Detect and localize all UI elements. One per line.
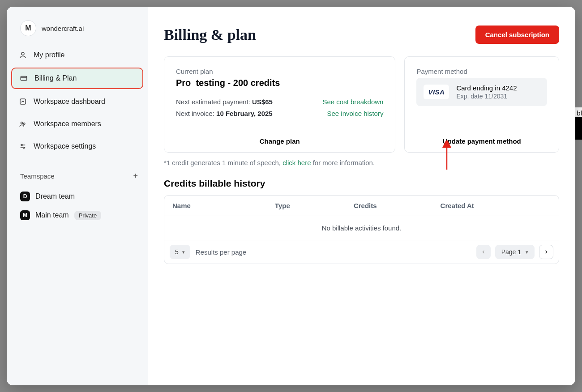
avatar: M <box>20 20 36 36</box>
current-plan-card: Current plan Pro_testing - 200 credits N… <box>164 56 395 153</box>
visa-icon: VISA <box>424 85 449 99</box>
col-name: Name <box>172 202 275 209</box>
results-per-page-label: Results per page <box>196 248 246 256</box>
card-ending-text: Card ending in 4242 <box>456 84 517 92</box>
teamspace-list: D Dream team M Main team Private <box>7 187 148 225</box>
sliders-icon <box>18 142 27 151</box>
card-expiry-text: Exp. date 11/2031 <box>456 93 517 100</box>
plan-name: Pro_testing - 200 credits <box>176 78 383 88</box>
next-invoice-value: 10 February, 2025 <box>216 110 273 117</box>
svg-rect-1 <box>21 77 27 81</box>
chevron-down-icon: ▾ <box>526 249 528 255</box>
nav-label: Workspace members <box>34 120 101 128</box>
credit-note-suffix: for more information. <box>311 159 375 166</box>
next-payment-value: US$65 <box>252 98 273 106</box>
table-footer: 5 ▾ Results per page Page 1 ▾ <box>164 240 559 264</box>
teamspace-item-main[interactable]: M Main team Private <box>17 206 138 225</box>
nav-billing-plan[interactable]: Billing & Plan <box>11 68 143 89</box>
svg-point-5 <box>23 123 25 124</box>
payment-method-box: VISA Card ending in 4242 Exp. date 11/20… <box>416 78 547 106</box>
credit-card-icon <box>19 74 28 83</box>
chart-icon <box>18 97 27 106</box>
svg-point-9 <box>23 147 25 149</box>
page-select[interactable]: Page 1 ▾ <box>495 245 535 259</box>
payment-method-card: Payment method VISA Card ending in 4242 … <box>404 56 559 153</box>
user-email: wondercraft.ai <box>42 25 84 32</box>
payment-method-label: Payment method <box>416 68 547 75</box>
user-icon <box>18 51 27 60</box>
teamspace-badge: M <box>20 210 30 220</box>
teamspace-item-dream[interactable]: D Dream team <box>17 187 138 206</box>
next-page-button[interactable] <box>539 245 553 259</box>
main-content: Billing & plan Cancel subscription Curre… <box>148 7 575 385</box>
change-plan-button[interactable]: Change plan <box>164 130 395 152</box>
see-invoice-history-link[interactable]: See invoice history <box>322 108 383 119</box>
users-icon <box>18 119 27 128</box>
col-type: Type <box>275 202 354 209</box>
chevron-down-icon: ▾ <box>182 249 185 255</box>
next-invoice-label: Next invoice: <box>176 110 216 117</box>
svg-point-0 <box>21 52 24 55</box>
teamspace-badge: D <box>20 192 30 201</box>
teamspace-label: Main team <box>35 211 69 219</box>
credit-note-prefix: *1 credit generates 1 minute of speech, <box>164 159 282 166</box>
nav-workspace-dashboard[interactable]: Workspace dashboard <box>11 92 143 111</box>
history-table: Name Type Credits Created At No billable… <box>164 195 559 264</box>
see-cost-breakdown-link[interactable]: See cost breakdown <box>322 96 383 108</box>
settings-nav: My profile Billing & Plan Workspace dash… <box>7 45 148 159</box>
svg-point-7 <box>21 145 22 146</box>
results-per-page-select[interactable]: 5 ▾ <box>170 245 190 259</box>
plan-info-lines: Next estimated payment: US$65 Next invoi… <box>176 96 273 119</box>
prev-page-button[interactable] <box>476 245 491 259</box>
svg-point-4 <box>21 122 23 124</box>
sidebar: M wondercraft.ai My profile Billing & Pl… <box>7 7 148 385</box>
table-header-row: Name Type Credits Created At <box>164 196 559 216</box>
user-block[interactable]: M wondercraft.ai <box>7 17 148 45</box>
update-payment-method-button[interactable]: Update payment method <box>405 130 559 152</box>
teamspace-title: Teamspace <box>20 172 55 180</box>
nav-label: My profile <box>34 51 64 59</box>
cancel-subscription-button[interactable]: Cancel subscription <box>475 26 559 44</box>
col-created: Created At <box>441 202 551 209</box>
teamspace-header: Teamspace + <box>7 159 148 187</box>
nav-workspace-members[interactable]: Workspace members <box>11 114 143 134</box>
current-plan-label: Current plan <box>176 68 383 75</box>
table-empty-state: No billable activities found. <box>164 216 559 240</box>
private-tag: Private <box>74 211 101 220</box>
credit-note: *1 credit generates 1 minute of speech, … <box>164 159 559 166</box>
nav-my-profile[interactable]: My profile <box>11 45 143 65</box>
page-header: Billing & plan Cancel subscription <box>164 26 559 44</box>
nav-label: Workspace dashboard <box>34 98 105 106</box>
page-label: Page 1 <box>501 248 521 256</box>
per-page-value: 5 <box>175 248 179 256</box>
page-title: Billing & plan <box>164 26 256 43</box>
next-payment-label: Next estimated payment: <box>176 98 252 106</box>
col-credits: Credits <box>354 202 441 209</box>
nav-workspace-settings[interactable]: Workspace settings <box>11 136 143 156</box>
history-title: Credits billable history <box>164 178 559 189</box>
credit-note-link[interactable]: click here <box>282 159 311 166</box>
background-dark-bar <box>575 117 582 140</box>
nav-label: Billing & Plan <box>34 74 77 82</box>
settings-modal: M wondercraft.ai My profile Billing & Pl… <box>7 7 575 385</box>
teamspace-label: Dream team <box>35 192 75 200</box>
add-teamspace-button[interactable]: + <box>133 171 138 181</box>
nav-label: Workspace settings <box>34 142 96 150</box>
